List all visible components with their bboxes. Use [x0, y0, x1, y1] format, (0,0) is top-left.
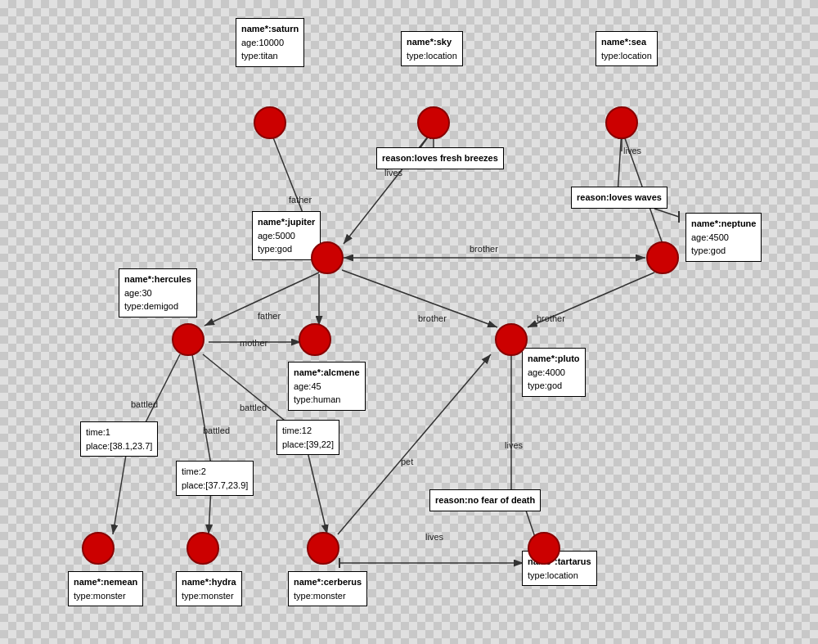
brother1-label: brother: [470, 244, 498, 254]
svg-line-11: [654, 209, 679, 217]
hydra-type: type:monster: [182, 591, 234, 601]
nemean-name: name*:nemean: [74, 577, 137, 587]
mother1-label: mother: [240, 338, 267, 348]
sky-type: type:location: [407, 51, 457, 61]
nemean-type: type:monster: [74, 591, 126, 601]
neptune-age: age:4500: [691, 232, 729, 242]
saturn-name: name*:saturn: [241, 24, 299, 34]
saturn-type: type:titan: [241, 51, 278, 61]
cerberus-name: name*:cerberus: [294, 577, 362, 587]
svg-line-22: [307, 448, 327, 534]
reason-nodeath-label: reason:no fear of death: [435, 495, 535, 505]
sky-name: name*:sky: [407, 37, 452, 47]
svg-line-4: [344, 129, 434, 244]
sea-name: name*:sea: [601, 37, 646, 47]
jupiter-name: name*:jupiter: [258, 217, 315, 227]
hercules-box: name*:hercules age:30 type:demigod: [119, 268, 197, 317]
battle2-box: time:2 place:[37.7,23.9]: [176, 461, 254, 496]
lives4-label: lives: [425, 532, 443, 542]
hercules-age: age:30: [124, 288, 152, 298]
saturn-age: age:10000: [241, 38, 284, 47]
tartarus-circle: [528, 532, 560, 565]
alcmene-age: age:45: [294, 381, 321, 391]
hercules-type: type:demigod: [124, 301, 178, 311]
reason-nodeath-box: reason:no fear of death: [429, 489, 541, 511]
pluto-name: name*:pluto: [528, 354, 580, 363]
svg-line-19: [203, 354, 293, 427]
sea-circle: [605, 106, 638, 139]
cerberus-circle: [307, 532, 339, 565]
brother2-label: brother: [418, 313, 447, 323]
saturn-circle: [254, 106, 286, 139]
lives2-label: lives: [623, 146, 641, 155]
svg-line-20: [113, 450, 127, 534]
sea-box: name*:sea type:location: [596, 31, 658, 66]
svg-line-8: [618, 129, 622, 195]
graph-edges: [0, 0, 818, 644]
lives3-label: lives: [505, 440, 523, 450]
battle1-time: time:1: [86, 427, 110, 437]
pluto-box: name*:pluto age:4000 type:god: [522, 348, 586, 397]
battle3-box: time:12 place:[39,22]: [276, 420, 339, 455]
pet-label: pet: [401, 457, 413, 466]
hydra-box: name*:hydra type:monster: [176, 571, 242, 606]
pluto-type: type:god: [528, 381, 562, 390]
hercules-circle: [172, 323, 204, 356]
battle1-box: time:1 place:[38.1,23.7]: [80, 421, 158, 457]
battled1-label: battled: [131, 399, 158, 409]
battle3-time: time:12: [282, 426, 312, 435]
father1-label: father: [289, 195, 312, 205]
battled3-label: battled: [240, 403, 267, 412]
pluto-circle: [495, 323, 528, 356]
alcmene-name: name*:alcmene: [294, 367, 360, 377]
svg-line-18: [192, 354, 211, 465]
battle3-place: place:[39,22]: [282, 439, 334, 449]
brother3-label: brother: [537, 313, 565, 323]
father2-label: father: [258, 311, 281, 321]
cerberus-type: type:monster: [294, 591, 346, 601]
sky-box: name*:sky type:location: [401, 31, 463, 66]
reason-waves-label: reason:loves waves: [577, 192, 662, 202]
neptune-type: type:god: [691, 245, 726, 255]
battled2-label: battled: [203, 426, 230, 435]
jupiter-age: age:5000: [258, 231, 295, 241]
cerberus-box: name*:cerberus type:monster: [288, 571, 367, 606]
pluto-age: age:4000: [528, 367, 565, 377]
reason-fresh-label: reason:loves fresh breezes: [382, 153, 498, 163]
battle1-place: place:[38.1,23.7]: [86, 441, 152, 451]
lives1-label: lives: [384, 168, 402, 178]
alcmene-box: name*:alcmene age:45 type:human: [288, 362, 366, 411]
nemean-circle: [82, 532, 115, 565]
battle2-time: time:2: [182, 466, 206, 476]
hydra-name: name*:hydra: [182, 577, 236, 587]
reason-fresh-box: reason:loves fresh breezes: [376, 147, 504, 169]
sky-circle: [417, 106, 450, 139]
alcmene-type: type:human: [294, 394, 340, 404]
neptune-name: name*:neptune: [691, 218, 756, 228]
jupiter-circle: [311, 241, 344, 274]
neptune-box: name*:neptune age:4500 type:god: [685, 213, 762, 262]
nemean-box: name*:nemean type:monster: [68, 571, 143, 606]
reason-waves-box: reason:loves waves: [571, 187, 667, 209]
hydra-circle: [187, 532, 219, 565]
alcmene-circle: [299, 323, 331, 356]
jupiter-type: type:god: [258, 244, 292, 254]
battle2-place: place:[37.7,23.9]: [182, 480, 248, 490]
neptune-circle: [646, 241, 679, 274]
svg-line-17: [143, 354, 180, 427]
hercules-name: name*:hercules: [124, 274, 191, 284]
tartarus-type: type:location: [528, 570, 578, 580]
sea-type: type:location: [601, 51, 652, 61]
saturn-box: name*:saturn age:10000 type:titan: [236, 18, 304, 67]
jupiter-box: name*:jupiter age:5000 type:god: [252, 211, 321, 260]
